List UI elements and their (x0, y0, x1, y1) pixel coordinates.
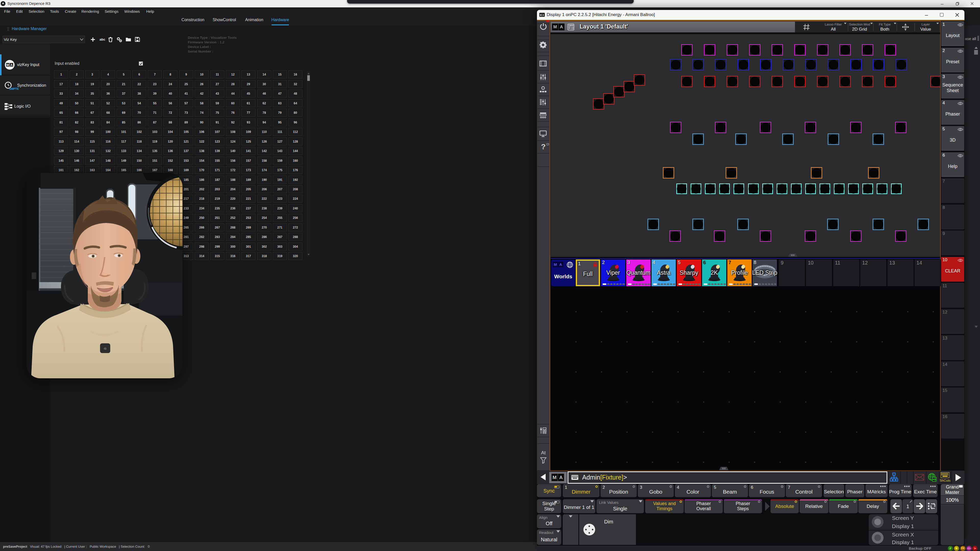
svg-text:A: A (11, 63, 13, 67)
svg-text:A: A (542, 14, 544, 16)
svg-text:dji: dji (103, 347, 107, 350)
svg-text:M: M (6, 63, 9, 67)
svg-text:M: M (540, 14, 542, 16)
